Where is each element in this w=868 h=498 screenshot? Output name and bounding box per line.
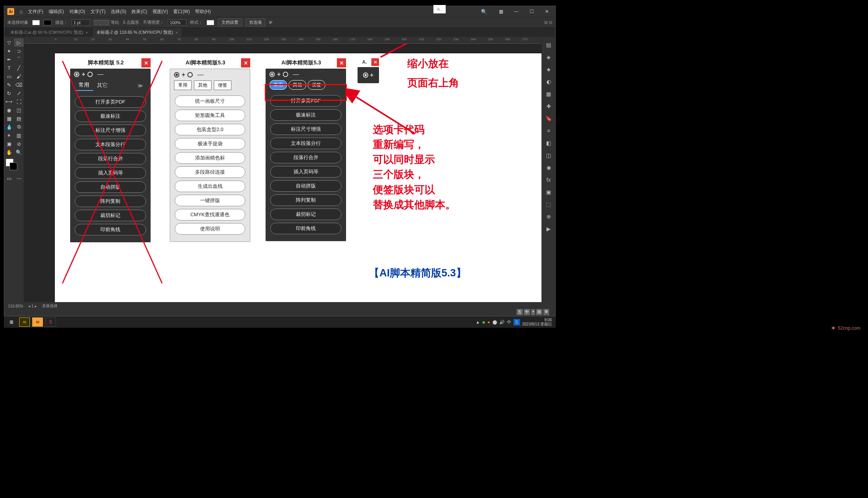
- menu-object[interactable]: 对象(O): [69, 8, 85, 15]
- panel52-btn-5[interactable]: 插入页码等: [75, 167, 146, 179]
- panel52-btn-3[interactable]: 文本段落分行: [75, 139, 146, 150]
- eyedropper-tool[interactable]: 💧: [4, 123, 14, 131]
- line-tool[interactable]: ╱: [14, 64, 24, 72]
- panel53light-btn-0[interactable]: 统一画板尺寸: [175, 95, 245, 107]
- tray-icon[interactable]: ▲: [476, 320, 480, 324]
- blend-tool[interactable]: ⧉: [14, 123, 24, 131]
- lasso-tool[interactable]: ⊃: [14, 47, 24, 55]
- panel52-btn-1[interactable]: 极速标注: [75, 110, 146, 122]
- width-tool[interactable]: ⟷: [4, 97, 14, 106]
- appearance-panel-icon[interactable]: ◉: [545, 163, 553, 172]
- mesh-tool[interactable]: ▦: [4, 114, 14, 123]
- radio-option-icon[interactable]: [269, 72, 275, 77]
- gradient-panel-icon[interactable]: ◧: [545, 139, 553, 147]
- type-tool[interactable]: T: [4, 64, 14, 72]
- panel53light-tab-notes[interactable]: 便签: [214, 81, 231, 90]
- panel52-btn-7[interactable]: 阵列复制: [75, 196, 146, 207]
- ime-icon[interactable]: 简: [536, 309, 542, 315]
- fill-swatch[interactable]: [32, 20, 40, 25]
- slice-tool[interactable]: ⊘: [14, 140, 24, 148]
- panel53light-btn-6[interactable]: 生成出血线: [175, 181, 245, 192]
- swatches-panel-icon[interactable]: ▦: [545, 90, 553, 98]
- panel53dark-btn-6[interactable]: 自动拼版: [270, 180, 341, 192]
- panel53dark-btn-1[interactable]: 极速标注: [270, 109, 341, 121]
- libraries-panel-icon[interactable]: ♣: [545, 65, 553, 74]
- panel52-btn-6[interactable]: 自动拼版: [75, 181, 146, 193]
- panel53light-btn-4[interactable]: 添加画稿色标: [175, 152, 245, 164]
- panel53light-btn-8[interactable]: CMYK查找潘通色: [175, 209, 245, 220]
- panel53dark-btn-3[interactable]: 文本段落分行: [270, 138, 341, 149]
- stroke-panel-icon[interactable]: ≡: [545, 127, 553, 135]
- menu-type[interactable]: 文字(T): [90, 8, 105, 15]
- shaper-tool[interactable]: ✎: [4, 81, 14, 89]
- pathfinder-panel-icon[interactable]: ⬚: [545, 200, 553, 209]
- panel53light-tab-common[interactable]: 常用: [174, 81, 192, 90]
- ime-icon[interactable]: •: [531, 309, 535, 315]
- panel53dark-btn-4[interactable]: 段落行合并: [270, 152, 341, 163]
- taskbar-app-icon[interactable]: S: [45, 317, 56, 327]
- rectangle-tool[interactable]: ▭: [4, 72, 14, 81]
- menu-help[interactable]: 帮助(H): [195, 8, 211, 15]
- scale-tool[interactable]: ⤢: [14, 89, 24, 97]
- doc-tab-1[interactable]: 未标题-2.ai @ 50 % (CMYK/CPU 预览)×: [7, 28, 92, 37]
- tray-icon[interactable]: ⬤: [492, 320, 497, 325]
- panel53dark-btn-2[interactable]: 标注尺寸增强: [270, 123, 341, 135]
- zoom-tool[interactable]: 🔍: [14, 148, 24, 156]
- ime-icon[interactable]: 中: [524, 309, 530, 315]
- close-tab-icon[interactable]: ×: [176, 30, 178, 35]
- taskbar-ai-active-icon[interactable]: Ai: [32, 317, 43, 327]
- symbols-panel-icon[interactable]: 🔖: [545, 114, 553, 123]
- curvature-tool[interactable]: ⌒: [14, 55, 24, 64]
- panel53light-btn-7[interactable]: 一键拼版: [175, 195, 245, 206]
- panel52-btn-2[interactable]: 标注尺寸增强: [75, 125, 146, 136]
- edit-toolbar[interactable]: ⋯: [14, 174, 24, 182]
- ime-icon[interactable]: 中: [507, 319, 511, 325]
- screen-mode[interactable]: ▭: [4, 174, 14, 182]
- pen-tool[interactable]: ✒: [4, 55, 14, 64]
- panel53light-btn-3[interactable]: 极速手提袋: [175, 138, 245, 150]
- color-panel-icon[interactable]: ◐: [545, 77, 553, 86]
- panel53dark-btn-9[interactable]: 印前角线: [270, 223, 341, 234]
- panel-collapse-icon[interactable]: ⊞ ⊟: [544, 20, 552, 25]
- panel-mini-close-button[interactable]: ✕: [371, 58, 379, 66]
- volume-icon[interactable]: 🔊: [499, 320, 505, 325]
- radio-option-icon[interactable]: [187, 72, 193, 77]
- panel52-tab-other[interactable]: 其它: [93, 81, 112, 90]
- close-icon[interactable]: ✕: [541, 8, 552, 15]
- menu-select[interactable]: 选择(S): [111, 8, 126, 15]
- panel53light-btn-2[interactable]: 包装盒型2.0: [175, 124, 245, 135]
- panel53light-close-button[interactable]: ✕: [241, 58, 250, 67]
- panel52-btn-9[interactable]: 印前角线: [75, 224, 146, 235]
- maximize-icon[interactable]: ☐: [526, 8, 537, 15]
- home-icon[interactable]: ⌂: [20, 8, 23, 15]
- ime-icon[interactable]: 五: [514, 319, 520, 325]
- panel53dark-close-button[interactable]: ✕: [337, 58, 346, 67]
- clock[interactable]: 9:06 2023/8/13 星期日: [522, 318, 553, 326]
- magic-wand-tool[interactable]: ✦: [4, 47, 14, 55]
- shape-builder-tool[interactable]: ◉: [4, 106, 14, 114]
- panel53light-btn-5[interactable]: 多段路径连接: [175, 166, 245, 178]
- ime-icon[interactable]: 五: [517, 309, 523, 315]
- brushes-panel-icon[interactable]: ✚: [545, 102, 553, 110]
- menu-view[interactable]: 视图(V): [153, 8, 168, 15]
- layers-panel-icon[interactable]: ◈: [545, 53, 553, 61]
- uniform-label[interactable]: 等比: [111, 20, 119, 25]
- menu-window[interactable]: 窗口(W): [173, 8, 190, 15]
- start-button[interactable]: ⊞: [6, 317, 17, 327]
- perspective-tool[interactable]: ◫: [14, 106, 24, 114]
- graph-tool[interactable]: ▥: [14, 131, 24, 140]
- hand-tool[interactable]: ✋: [4, 148, 14, 156]
- system-tray[interactable]: ▲ ◆ ● ⬤ 🔊 中 五: [476, 319, 520, 325]
- eraser-tool[interactable]: ⌫: [14, 81, 24, 89]
- artboard-tool[interactable]: ▣: [4, 140, 14, 148]
- rotate-tool[interactable]: ↻: [4, 89, 14, 97]
- radio-option-icon[interactable]: [87, 72, 93, 77]
- radio-option-icon[interactable]: [363, 72, 368, 78]
- color-swatches[interactable]: [6, 159, 22, 172]
- minimize-icon[interactable]: —: [511, 8, 522, 15]
- gradient-tool[interactable]: ▤: [14, 114, 24, 123]
- stroke-swatch[interactable]: [44, 20, 51, 25]
- floating-panel-mini[interactable]: A..: [433, 5, 446, 13]
- radio-option-icon[interactable]: [74, 72, 79, 77]
- panel52-close-button[interactable]: ✕: [141, 58, 151, 67]
